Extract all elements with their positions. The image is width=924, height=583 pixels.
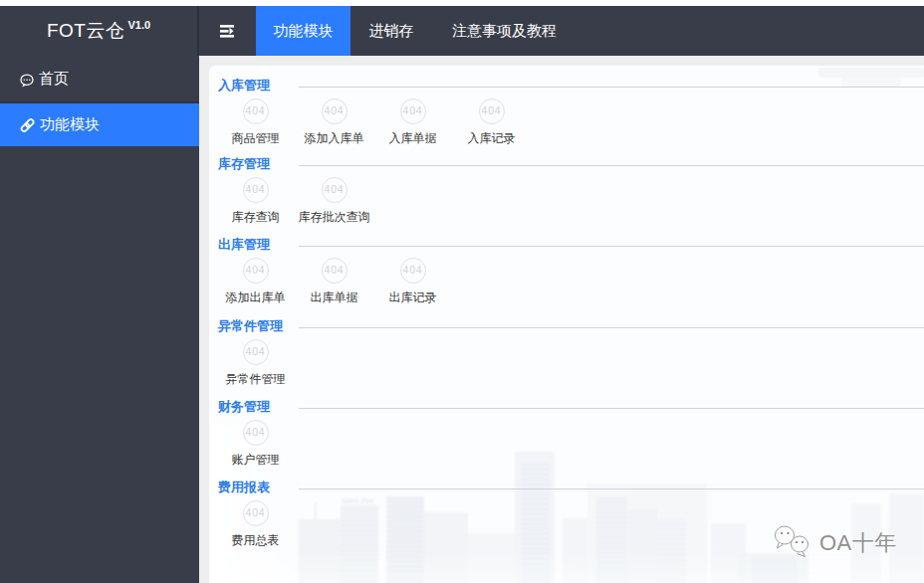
svg-text:MAG 214: MAG 214 xyxy=(342,496,373,505)
